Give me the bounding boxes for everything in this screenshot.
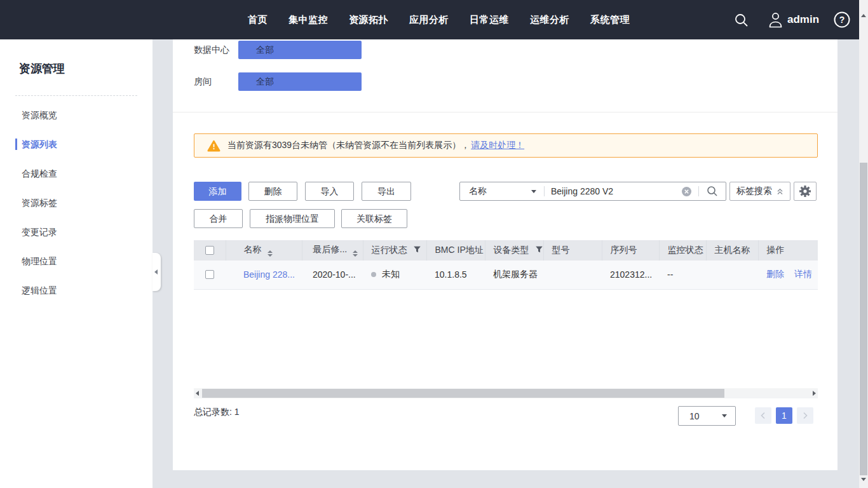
clear-search-icon[interactable] xyxy=(680,186,698,197)
datacenter-filter-value-button[interactable]: 全部 xyxy=(238,41,362,59)
username: admin xyxy=(787,13,819,26)
filter-funnel-icon[interactable] xyxy=(535,245,543,254)
nav-item-ops-analysis[interactable]: 运维分析 xyxy=(530,14,569,26)
table-horizontal-scrollbar[interactable] xyxy=(194,388,818,398)
sidebar-item-physical-location[interactable]: 物理位置 xyxy=(22,255,57,268)
serial-cell: 2102312... xyxy=(602,261,659,289)
export-button[interactable]: 导出 xyxy=(362,182,411,201)
svg-text:?: ? xyxy=(839,15,845,25)
sidebar-item-resource-list[interactable]: 资源列表 xyxy=(22,138,57,151)
vertical-scrollbar-thumb[interactable] xyxy=(860,163,867,475)
nav-item-daily-ops[interactable]: 日常运维 xyxy=(470,14,509,26)
sidebar-item-change-record[interactable]: 变更记录 xyxy=(22,226,57,238)
resource-list-panel: 数据中心 全部 房间 全部 当前资源有3039台未纳管（未纳管资源不在当前列表展… xyxy=(173,39,837,470)
page-title: 资源管理 xyxy=(19,61,65,76)
row-delete-link[interactable]: 删除 xyxy=(766,269,784,279)
total-records: 总记录数: 1 xyxy=(194,405,240,418)
header-run-status[interactable]: 运行状态 xyxy=(363,240,426,261)
merge-button[interactable]: 合并 xyxy=(194,209,243,228)
search-icon[interactable] xyxy=(734,13,749,30)
header-model: 型号 xyxy=(543,240,602,261)
search-field-value: 名称 xyxy=(469,186,487,197)
chevron-right-icon xyxy=(802,412,808,419)
model-cell xyxy=(543,261,602,289)
delete-button[interactable]: 删除 xyxy=(248,182,297,201)
add-button[interactable]: 添加 xyxy=(194,182,241,201)
nav-item-home[interactable]: 首页 xyxy=(248,14,268,26)
horizontal-scrollbar-thumb[interactable] xyxy=(202,389,724,398)
page-size-value: 10 xyxy=(679,411,700,421)
row-detail-link[interactable]: 详情 xyxy=(794,269,812,279)
search-field-select[interactable]: 名称 xyxy=(460,182,544,200)
nav-item-central-monitoring[interactable]: 集中监控 xyxy=(288,14,328,26)
actions-cell: 删除 详情 xyxy=(758,261,818,289)
room-filter-value-button[interactable]: 全部 xyxy=(238,72,362,91)
pager: 1 xyxy=(755,407,813,424)
nav-item-system-management[interactable]: 系统管理 xyxy=(590,14,630,26)
header-select-all xyxy=(194,240,226,261)
hostname-cell xyxy=(706,261,758,289)
search-bar: 名称 xyxy=(459,182,726,201)
header-monitor-status: 监控状态 xyxy=(659,240,706,261)
run-status-cell: 未知 xyxy=(363,261,426,289)
chevron-left-icon xyxy=(154,269,158,274)
last-modified-cell: 2020-10-... xyxy=(302,261,363,289)
bmc-ip-cell: 10.1.8.5 xyxy=(426,261,485,289)
search-input[interactable] xyxy=(545,186,680,196)
select-all-checkbox[interactable] xyxy=(205,246,214,255)
sidebar-item-logical-location[interactable]: 逻辑位置 xyxy=(22,284,57,297)
scroll-left-arrow-icon[interactable] xyxy=(196,391,199,396)
row-checkbox[interactable] xyxy=(205,270,214,279)
next-page-button[interactable] xyxy=(797,407,813,424)
help-icon[interactable]: ? xyxy=(833,11,851,31)
user-menu[interactable]: admin xyxy=(768,11,819,28)
header-last-modified[interactable]: 最后修... xyxy=(302,240,363,261)
device-type-cell: 机架服务器 xyxy=(485,261,543,289)
scroll-up-arrow-icon[interactable] xyxy=(861,14,866,17)
monitor-status-cell: -- xyxy=(659,261,706,289)
header-device-type[interactable]: 设备类型 xyxy=(485,240,543,261)
column-settings-button[interactable] xyxy=(794,182,817,201)
nav-item-resource-topology[interactable]: 资源拓扑 xyxy=(349,14,388,26)
filter-funnel-icon[interactable] xyxy=(413,245,421,254)
double-chevron-up-icon xyxy=(776,188,783,195)
link-tag-button[interactable]: 关联标签 xyxy=(341,209,407,228)
header-bmc-ip: BMC IP地址 xyxy=(426,240,485,261)
prev-page-button[interactable] xyxy=(755,407,771,424)
table-row: Beijing 228... 2020-10-... 未知 10.1.8.5 机… xyxy=(194,261,818,289)
sidebar-collapse-handle[interactable] xyxy=(153,253,161,291)
table-header-row: 名称 最后修... 运行状态 BMC IP地址 设备类型 型号 序列号 监控状态… xyxy=(194,240,818,261)
gear-icon xyxy=(798,184,812,198)
import-button[interactable]: 导入 xyxy=(305,182,354,201)
page-vertical-scrollbar[interactable] xyxy=(859,0,868,488)
submit-search-icon[interactable] xyxy=(699,186,726,197)
header-hostname: 主机名称 xyxy=(706,240,758,261)
resource-name-link[interactable]: Beijing 228... xyxy=(243,269,295,280)
room-filter-label: 房间 xyxy=(194,72,212,91)
chevron-down-icon xyxy=(722,414,727,417)
header-name[interactable]: 名称 xyxy=(226,240,302,261)
page-1-button[interactable]: 1 xyxy=(776,407,792,424)
main-menu: 首页 集中监控 资源拓扑 应用分析 日常运维 运维分析 系统管理 xyxy=(248,0,630,39)
tag-search-label: 标签搜索 xyxy=(736,186,772,197)
alert-handle-link[interactable]: 请及时处理！ xyxy=(471,140,524,151)
scroll-right-arrow-icon[interactable] xyxy=(813,391,816,396)
unmanaged-resources-alert: 当前资源有3039台未纳管（未纳管资源不在当前列表展示）， 请及时处理！ xyxy=(194,133,818,158)
top-nav: 首页 集中监控 资源拓扑 应用分析 日常运维 运维分析 系统管理 admin ? xyxy=(0,0,859,39)
status-dot-icon xyxy=(371,272,376,277)
resource-table: 名称 最后修... 运行状态 BMC IP地址 设备类型 型号 序列号 监控状态… xyxy=(194,240,818,290)
warning-icon xyxy=(207,140,220,152)
alert-text: 当前资源有3039台未纳管（未纳管资源不在当前列表展示）， xyxy=(227,140,470,151)
sidebar-item-resource-tag[interactable]: 资源标签 xyxy=(22,196,57,209)
sort-icon[interactable] xyxy=(353,250,358,257)
sidebar-item-resource-overview[interactable]: 资源概览 xyxy=(22,109,57,121)
user-icon xyxy=(768,11,783,28)
nav-item-app-analysis[interactable]: 应用分析 xyxy=(409,14,449,26)
sidebar-item-compliance-check[interactable]: 合规检查 xyxy=(22,167,57,180)
scroll-down-arrow-icon[interactable] xyxy=(861,478,866,481)
page-size-select[interactable]: 10 xyxy=(678,406,736,426)
tag-search-button[interactable]: 标签搜索 xyxy=(729,182,790,201)
assign-physical-location-button[interactable]: 指派物理位置 xyxy=(250,209,335,228)
chevron-left-icon xyxy=(760,412,766,419)
sort-icon[interactable] xyxy=(268,250,273,257)
